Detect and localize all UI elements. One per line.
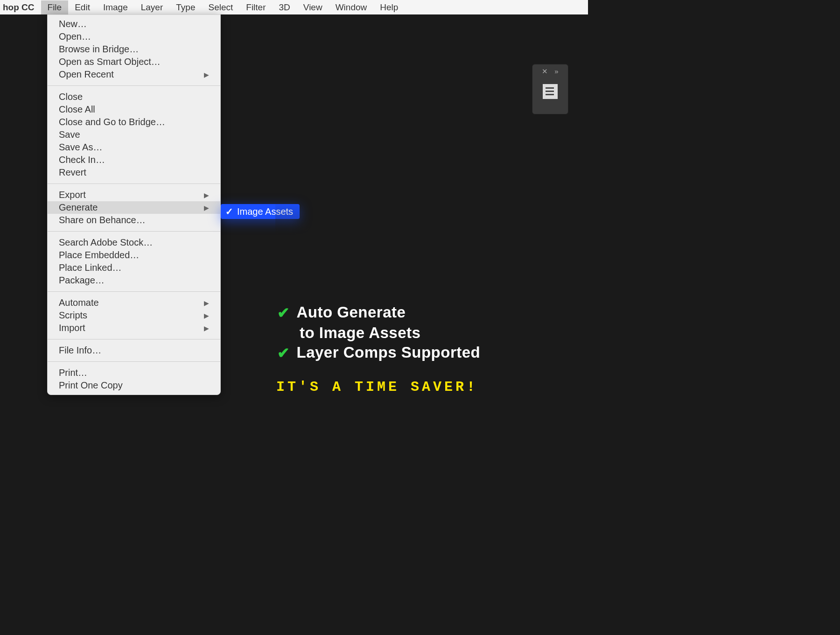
chevron-right-icon: ▶	[204, 204, 209, 212]
menu-import[interactable]: Import▶	[48, 322, 220, 334]
menu-3d[interactable]: 3D	[273, 0, 297, 14]
app-name: hop CC	[3, 2, 35, 13]
chevron-right-icon: ▶	[204, 299, 209, 307]
menu-close-bridge[interactable]: Close and Go to Bridge…	[48, 116, 220, 128]
separator	[48, 85, 220, 86]
chevron-right-icon: ▶	[204, 325, 209, 332]
separator	[48, 361, 220, 362]
check-icon: ✔	[277, 344, 290, 362]
chevron-right-icon: ▶	[204, 71, 209, 78]
panel-fade	[275, 199, 523, 302]
expand-icon[interactable]: »	[554, 67, 558, 76]
menu-save[interactable]: Save	[48, 128, 220, 141]
menu-share-behance[interactable]: Share on Behance…	[48, 214, 220, 226]
menu-browse-bridge[interactable]: Browse in Bridge…	[48, 43, 220, 56]
check-icon: ✓	[225, 206, 233, 217]
menu-select[interactable]: Select	[202, 0, 239, 14]
menu-scripts[interactable]: Scripts▶	[48, 309, 220, 322]
menu-automate[interactable]: Automate▶	[48, 296, 220, 309]
marketing-text: ✔ Auto Generate to Image Assets ✔ Layer …	[277, 303, 480, 364]
menu-close[interactable]: Close	[48, 91, 220, 103]
separator	[48, 291, 220, 292]
menu-image[interactable]: Image	[97, 0, 134, 14]
menu-generate[interactable]: Generate▶	[48, 201, 220, 214]
chevron-right-icon: ▶	[204, 191, 209, 199]
menu-edit[interactable]: Edit	[68, 0, 97, 14]
menu-package[interactable]: Package…	[48, 274, 220, 287]
marketing-line1a: Auto Generate	[297, 303, 406, 321]
close-icon[interactable]: ✕	[542, 67, 548, 76]
menu-layer[interactable]: Layer	[134, 0, 170, 14]
tagline: IT'S A TIME SAVER!	[276, 379, 478, 395]
menu-type[interactable]: Type	[169, 0, 202, 14]
menu-file-info[interactable]: File Info…	[48, 344, 220, 357]
menu-open[interactable]: Open…	[48, 30, 220, 43]
menu-place-linked[interactable]: Place Linked…	[48, 261, 220, 274]
marketing-line2: Layer Comps Supported	[297, 344, 481, 361]
menubar: hop CC File Edit Image Layer Type Select…	[0, 0, 588, 14]
check-icon: ✔	[277, 303, 290, 322]
menu-revert[interactable]: Revert	[48, 166, 220, 179]
menu-place-embedded[interactable]: Place Embedded…	[48, 249, 220, 261]
separator	[48, 183, 220, 184]
menu-check-in[interactable]: Check In…	[48, 154, 220, 166]
menu-print[interactable]: Print…	[48, 367, 220, 379]
layer-comps-icon[interactable]	[543, 84, 558, 99]
menu-window[interactable]: Window	[329, 0, 374, 14]
separator	[48, 231, 220, 232]
menu-open-recent[interactable]: Open Recent▶	[48, 68, 220, 81]
side-mini-panel: ✕ »	[532, 64, 568, 114]
menu-file[interactable]: File	[41, 0, 69, 14]
menu-new[interactable]: New…	[48, 18, 220, 30]
menu-open-smart-object[interactable]: Open as Smart Object…	[48, 56, 220, 68]
menu-view[interactable]: View	[297, 0, 329, 14]
separator	[48, 339, 220, 339]
marketing-line1b: to Image Assets	[300, 324, 420, 342]
chevron-right-icon: ▶	[204, 312, 209, 319]
menu-filter[interactable]: Filter	[239, 0, 272, 14]
menu-export[interactable]: Export▶	[48, 189, 220, 201]
menu-print-one-copy[interactable]: Print One Copy	[48, 379, 220, 392]
menu-close-all[interactable]: Close All	[48, 103, 220, 116]
menu-search-adobe-stock[interactable]: Search Adobe Stock…	[48, 236, 220, 249]
file-dropdown: New… Open… Browse in Bridge… Open as Sma…	[47, 14, 221, 395]
menu-help[interactable]: Help	[373, 0, 405, 14]
menu-save-as[interactable]: Save As…	[48, 141, 220, 154]
